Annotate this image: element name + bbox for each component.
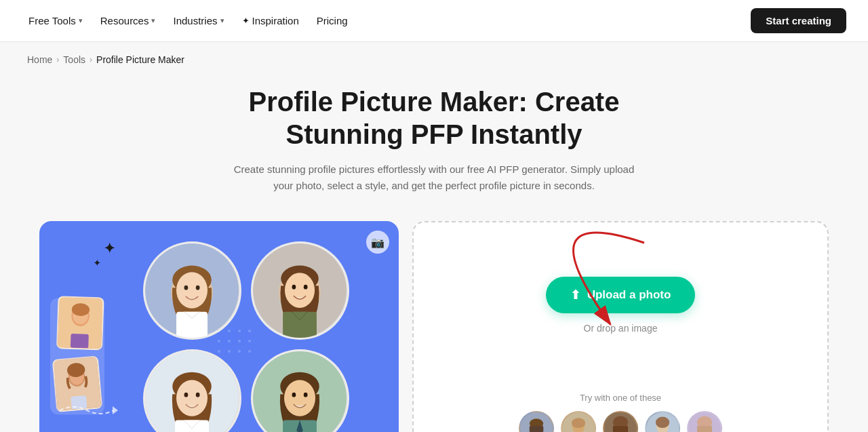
breadcrumb-sep-1: ›	[56, 55, 59, 64]
upload-area: ⬆ Upload a photo Or drop an image	[546, 277, 696, 334]
upload-button-label: Upload a photo	[587, 288, 671, 302]
svg-point-29	[176, 380, 208, 416]
hero-subtitle: Create stunning profile pictures effortl…	[231, 161, 637, 194]
nav-industries[interactable]: Industries ▾	[166, 9, 231, 32]
try-label: Try with one of these	[434, 393, 807, 403]
main-content: ✦ ✦	[20, 214, 848, 432]
svg-point-38	[304, 393, 308, 397]
sample-avatar-4[interactable]	[645, 411, 680, 432]
hero-section: Profile Picture Maker: Create Stunning P…	[0, 72, 868, 214]
star-icon-large: ✦	[104, 240, 115, 256]
svg-point-24	[304, 285, 308, 290]
svg-point-30	[184, 393, 189, 397]
spark-icon: ✦	[242, 16, 250, 26]
svg-point-69	[656, 416, 669, 428]
breadcrumb-tools[interactable]: Tools	[63, 54, 85, 65]
start-creating-button[interactable]: Start creating	[751, 8, 846, 33]
svg-point-14	[176, 272, 208, 309]
svg-point-61	[572, 418, 585, 428]
nav-free-tools[interactable]: Free Tools ▾	[22, 9, 90, 32]
nav-industries-label: Industries	[173, 15, 217, 26]
sample-avatar-5[interactable]	[687, 411, 722, 432]
nav-resources-label: Resources	[100, 15, 149, 26]
profile-circle-3	[143, 349, 241, 432]
svg-point-22	[285, 273, 315, 308]
breadcrumb-sep-2: ›	[90, 55, 92, 64]
nav-inspiration[interactable]: ✦ Inspiration	[235, 9, 306, 32]
navbar: Free Tools ▾ Resources ▾ Industries ▾ ✦ …	[0, 0, 868, 42]
sample-avatar-3[interactable]	[603, 411, 638, 432]
chevron-down-icon: ▾	[220, 16, 224, 25]
sample-avatars-row	[434, 411, 807, 432]
drop-image-text: Or drop an image	[584, 323, 658, 334]
svg-marker-41	[113, 406, 118, 414]
deco-arrow-svg	[53, 397, 121, 431]
profile-circle-1	[143, 241, 241, 340]
svg-point-37	[292, 393, 296, 397]
nav-free-tools-label: Free Tools	[28, 15, 76, 26]
chevron-down-icon: ▾	[151, 16, 155, 25]
nav-left: Free Tools ▾ Resources ▾ Industries ▾ ✦ …	[22, 9, 355, 32]
nav-resources[interactable]: Resources ▾	[94, 9, 163, 32]
try-samples-section: Try with one of these	[434, 366, 807, 432]
nav-inspiration-label: Inspiration	[252, 15, 299, 26]
nav-pricing-label: Pricing	[317, 15, 348, 26]
breadcrumb-home[interactable]: Home	[27, 54, 52, 65]
sample-avatar-2[interactable]	[561, 411, 596, 432]
breadcrumb: Home › Tools › Profile Picture Maker	[0, 42, 868, 72]
chevron-down-icon: ▾	[79, 16, 83, 25]
camera-icon[interactable]: 📷	[366, 231, 389, 254]
upload-panel: ⬆ Upload a photo Or drop an image Try wi…	[412, 221, 829, 432]
svg-point-36	[284, 380, 315, 416]
profile-circle-2	[251, 241, 349, 340]
mini-photo-back	[56, 296, 104, 350]
breadcrumb-current: Profile Picture Maker	[96, 54, 184, 65]
star-icon-small: ✦	[94, 258, 100, 268]
page-title: Profile Picture Maker: Create Stunning P…	[197, 85, 671, 151]
nav-pricing[interactable]: Pricing	[310, 9, 355, 32]
upload-photo-button[interactable]: ⬆ Upload a photo	[546, 277, 696, 313]
upload-icon: ⬆	[570, 288, 580, 302]
svg-rect-4	[71, 334, 89, 349]
svg-point-16	[196, 286, 200, 290]
svg-point-31	[196, 393, 200, 397]
sample-avatar-1[interactable]	[519, 411, 554, 432]
profile-circle-4	[251, 349, 349, 432]
svg-point-15	[184, 286, 189, 290]
svg-point-23	[292, 285, 296, 290]
illustration-panel: ✦ ✦	[39, 221, 399, 432]
